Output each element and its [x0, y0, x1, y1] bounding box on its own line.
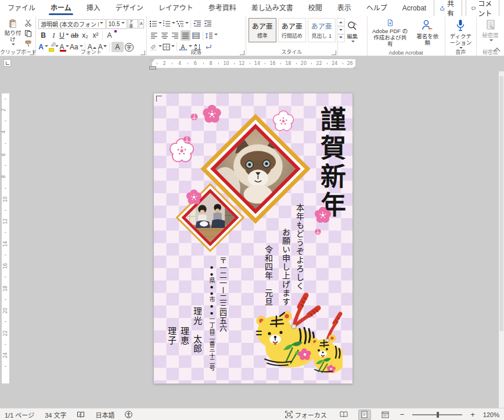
focus-mode-button[interactable]: フォーカス — [285, 410, 327, 419]
vertical-scrollbar[interactable] — [499, 71, 504, 408]
page-indicator[interactable]: 1/1 ページ — [5, 410, 34, 419]
subscript-button[interactable]: x₂ — [80, 30, 90, 41]
tab-8[interactable]: 表示 — [330, 0, 359, 16]
justify-button[interactable] — [181, 30, 190, 41]
v-ruler-number: 16 — [3, 263, 8, 269]
dictation-button[interactable]: ディクテーション — [448, 18, 474, 52]
v-ruler-tick — [5, 210, 6, 211]
bold-button[interactable]: B — [38, 30, 48, 41]
numbering-button[interactable] — [163, 19, 175, 29]
print-layout-button[interactable] — [358, 410, 371, 420]
multilevel-list-button[interactable] — [176, 19, 189, 29]
tab-9[interactable]: ヘルプ — [359, 0, 395, 16]
h-ruler-number: 20 — [301, 61, 307, 66]
tab-4[interactable]: レイアウト — [151, 0, 201, 16]
style-card-1[interactable]: あア亜行間詰め — [278, 18, 306, 42]
ruler-row: 2468101214161820222426 — [0, 56, 504, 71]
h-ruler-number: 6 — [194, 61, 197, 66]
align-center-button[interactable] — [160, 30, 170, 41]
v-ruler-number: 22 — [3, 330, 8, 336]
font-dialog-launcher[interactable] — [141, 50, 145, 55]
distribute-button[interactable] — [191, 30, 201, 41]
paste-dropdown-arrow — [12, 44, 15, 47]
language-indicator[interactable]: 日本語 — [95, 410, 114, 419]
document-page[interactable]: 謹賀新年 本年もどうぞよろしく お願い申し上げます 令和四年 元旦 〒一二一ー二… — [154, 93, 352, 383]
style-card-2[interactable]: あア亜見出し 1 — [308, 18, 336, 42]
style-gallery: あア亜標準あア亜行間詰めあア亜見出し 1 — [249, 18, 336, 42]
bullets-button[interactable] — [149, 19, 162, 29]
font-size-combobox[interactable]: 10.5 — [106, 19, 127, 29]
paragraph-dialog-launcher[interactable] — [240, 50, 244, 55]
tab-1[interactable]: ホーム — [43, 0, 79, 16]
create-pdf-button[interactable]: Adobe PDF の作成および共有 — [370, 18, 411, 48]
zoom-slider-thumb[interactable] — [437, 412, 439, 418]
font-name-combobox[interactable]: 游明朝 (本文のフォント - 日本 — [38, 19, 106, 29]
tab-5[interactable]: 参考資料 — [201, 0, 244, 16]
tab-7[interactable]: 校閲 — [301, 0, 330, 16]
styles-dialog-launcher[interactable] — [332, 50, 336, 55]
v-ruler-tick — [5, 321, 6, 322]
highlighter-pen-icon — [50, 42, 57, 47]
tab-stop-selector[interactable] — [3, 59, 11, 67]
h-ruler-number: 14 — [254, 61, 260, 66]
accessibility-status[interactable] — [125, 411, 132, 418]
create-pdf-label: Adobe PDF の作成および共有 — [372, 28, 409, 47]
zoom-slider[interactable] — [412, 414, 462, 415]
tab-6[interactable]: 差し込み文書 — [244, 0, 301, 16]
tab-2[interactable]: 挿入 — [79, 0, 108, 16]
h-ruler-number: 8 — [209, 61, 212, 66]
address-text[interactable]: ●●県●●市●●一丁目二番三十二号 — [207, 264, 216, 371]
strikethrough-button[interactable]: ab — [70, 30, 80, 41]
character-border-button[interactable]: A — [139, 19, 144, 28]
zoom-percentage[interactable]: 120% — [483, 411, 499, 418]
align-right-button[interactable] — [170, 30, 180, 41]
left-indent-marker[interactable] — [149, 66, 156, 70]
paste-button[interactable]: 貼り付け — [2, 18, 23, 48]
zoom-in-button[interactable]: + — [470, 410, 475, 419]
cut-button[interactable] — [23, 19, 33, 28]
text-boundary-mark — [156, 96, 162, 102]
style-card-0[interactable]: あア亜標準 — [249, 18, 276, 42]
h-ruler-number: 24 — [332, 61, 337, 66]
tiger-illustration[interactable] — [250, 291, 343, 376]
h-ruler-tick — [311, 63, 312, 64]
format-painter-button[interactable] — [23, 39, 33, 48]
document-area: 24681012141618202224 — [0, 71, 504, 408]
sensitivity-label: 秘密度 — [482, 32, 499, 38]
line-spacing-button[interactable] — [205, 30, 218, 41]
read-mode-button[interactable] — [337, 410, 350, 420]
increase-indent-icon — [204, 20, 212, 27]
zoom-out-button[interactable]: − — [400, 410, 405, 419]
tab-file[interactable]: ファイル — [0, 0, 43, 16]
card-title-text[interactable]: 謹賀新年 — [316, 106, 344, 220]
sender-name-0[interactable]: 理光 太郎 — [191, 307, 203, 353]
web-layout-button[interactable] — [379, 410, 392, 420]
clipboard-dialog-launcher[interactable] — [30, 50, 34, 55]
copy-button[interactable] — [23, 29, 33, 38]
increase-indent-button[interactable] — [203, 19, 213, 29]
acrobat-group-label: Adobe Acrobat — [368, 50, 445, 56]
ruby-button[interactable]: ァ亜 — [128, 19, 138, 28]
postal-code-text[interactable]: 〒一二一ー二三四五六 — [217, 256, 228, 332]
tab-3[interactable]: デザイン — [108, 0, 151, 16]
paragraph-group: 段落 — [147, 16, 246, 56]
scrollbar-thumb[interactable] — [499, 76, 503, 331]
italic-button[interactable]: I — [49, 30, 59, 41]
tab-10[interactable]: Acrobat — [395, 0, 434, 16]
v-ruler-number: 20 — [3, 308, 8, 314]
sender-name-1[interactable]: 理恵 — [178, 327, 190, 345]
request-signatures-button[interactable]: 署名を依頼 — [413, 18, 442, 48]
underline-button[interactable]: U — [59, 30, 69, 41]
proofing-status[interactable] — [77, 411, 85, 418]
text-effects-button[interactable]: A — [105, 30, 114, 41]
sender-name-2[interactable]: 理子 — [165, 327, 178, 345]
sensitivity-button[interactable]: 秘密度 — [479, 18, 502, 44]
greeting-line1-text[interactable]: 本年もどうぞよろしく — [293, 204, 305, 291]
h-ruler-tick — [203, 63, 204, 64]
word-count[interactable]: 34 文字 — [45, 410, 66, 419]
decrease-indent-button[interactable] — [193, 19, 203, 29]
v-ruler-number: 10 — [3, 196, 8, 202]
align-left-button[interactable] — [149, 30, 159, 41]
editing-button[interactable]: 編集 — [340, 19, 365, 45]
superscript-button[interactable]: x² — [91, 30, 100, 41]
